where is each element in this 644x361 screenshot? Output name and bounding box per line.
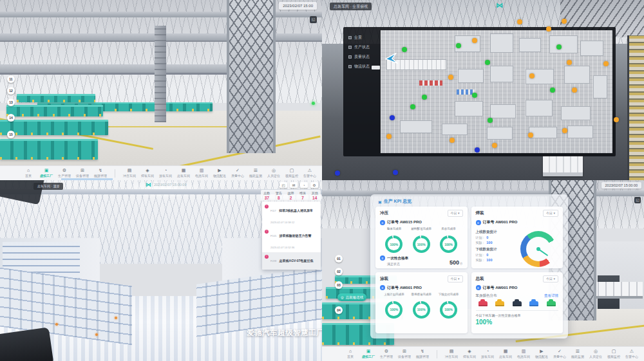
alarm-stat[interactable]: 总数 37: [261, 191, 273, 200]
status-dot[interactable]: [335, 171, 340, 176]
status-dot[interactable]: [517, 19, 522, 24]
equipment-marker[interactable]: 13: [7, 98, 15, 106]
status-dot[interactable]: [562, 128, 567, 133]
alarm-stat[interactable]: 警告 8: [273, 191, 285, 200]
toolbar-item[interactable]: ▦ 总装车间: [497, 349, 515, 359]
viewport-3d-dashboard[interactable]: 01 02 03 04 ◎ 总装输送线 2023/02/07 15:00:00 …: [322, 180, 644, 361]
range-dropdown[interactable]: 今日 ▾: [448, 210, 463, 217]
toolbar-item[interactable]: ▶ 物流配送: [211, 168, 229, 178]
alarm-stat[interactable]: 故障 2: [285, 191, 297, 200]
status-dot[interactable]: [410, 104, 415, 109]
status-dot[interactable]: [402, 47, 407, 52]
status-dot[interactable]: [390, 115, 395, 120]
status-dot[interactable]: [572, 88, 577, 93]
toolbar-item[interactable]: ▢ 视频监控: [605, 349, 623, 359]
toolbar-item[interactable]: ☰ 能耗监测: [569, 349, 587, 359]
alarm-row[interactable]: F105 涂装线输送链压力告警 2023-02-07 14:52:36: [262, 227, 321, 252]
toolbar-item[interactable]: ⚠ 告警中心: [301, 168, 319, 178]
toolbar-item[interactable]: ▦ 总装车间: [175, 168, 193, 178]
toolbar-item[interactable]: ◎ 人员定位: [587, 349, 605, 359]
equipment-marker[interactable]: 03: [335, 281, 343, 289]
toolbar-item[interactable]: ⚠ 告警中心: [623, 349, 641, 359]
window-button[interactable]: ✉: [290, 182, 298, 188]
toolbar-item[interactable]: ⊞ 设备管理: [395, 349, 413, 359]
window-button[interactable]: ⚙: [310, 182, 318, 188]
toolbar-item[interactable]: ⚙ 生产管理: [55, 168, 73, 178]
floor-plan[interactable]: [381, 30, 612, 153]
toolbar-item[interactable]: ⊞ 设备管理: [73, 168, 91, 178]
equipment-marker[interactable]: 14: [7, 114, 15, 122]
range-dropdown[interactable]: 今日 ▾: [543, 210, 558, 217]
status-dot[interactable]: [492, 143, 497, 148]
status-dot[interactable]: [488, 118, 493, 123]
toolbar-item[interactable]: ◈ 焊装车间: [460, 349, 478, 359]
toolbar-item[interactable]: ◔ 涂装车间: [478, 349, 497, 359]
alarm-stat[interactable]: 维保 7: [297, 191, 309, 200]
details-link[interactable]: 查看详情: [544, 293, 558, 298]
view-mode-button[interactable]: ◱: [634, 197, 641, 203]
toolbar-item[interactable]: ▣ 虚拟工厂: [359, 349, 377, 359]
toolbar-item[interactable]: ▥ 电池车间: [515, 349, 533, 359]
legend-item[interactable]: 物流状态: [348, 64, 370, 69]
toolbar-scrollbar[interactable]: [61, 178, 113, 180]
status-dot[interactable]: [614, 117, 619, 122]
toolbar-item[interactable]: ▶ 物流配送: [533, 349, 551, 359]
toolbar-item[interactable]: ▣ 虚拟工厂: [37, 168, 55, 178]
line-tooltip[interactable]: ◎ 总装输送线: [337, 293, 366, 301]
window-button[interactable]: ◔: [300, 182, 308, 188]
toolbar-item[interactable]: ▢ 视频监控: [283, 168, 301, 178]
status-dot[interactable]: [562, 19, 567, 24]
range-dropdown[interactable]: 今日 ▾: [448, 275, 463, 282]
status-dot[interactable]: [556, 44, 562, 50]
status-dot[interactable]: [456, 43, 461, 48]
status-dot[interactable]: [386, 134, 392, 139]
legend-item[interactable]: 生产状态: [348, 44, 370, 50]
viewport-floorplan-map[interactable]: 全景 生产状态 质量状态 物流状态: [322, 0, 644, 180]
toolbar-item[interactable]: ◔ 涂装车间: [156, 168, 175, 178]
status-dot[interactable]: [550, 88, 555, 93]
status-dot[interactable]: [393, 170, 398, 175]
toolbar-item[interactable]: ◎ 人员定位: [265, 168, 283, 178]
toolbar-item[interactable]: ⌂ 首页: [19, 168, 37, 178]
alarm-stat[interactable]: 其他 14: [308, 191, 321, 200]
status-dot[interactable]: [567, 60, 572, 65]
toolbar-item[interactable]: ↯ 能源管理: [91, 168, 109, 178]
toolbar-item[interactable]: ▤ 冲压车间: [120, 168, 138, 178]
equipment-marker[interactable]: 15: [7, 131, 15, 138]
legend-item[interactable]: 全景: [348, 35, 370, 41]
status-dot[interactable]: [528, 133, 533, 138]
status-dot[interactable]: [603, 61, 609, 66]
viewport-3d-corridor[interactable]: 总装车间 · 漫游 ⋈ 2023/02/07 15:00:00 ◰ ✉ ◔ ⚙ …: [0, 180, 322, 361]
toolbar-item[interactable]: ⌂ 首页: [341, 349, 359, 359]
status-dot[interactable]: [472, 93, 477, 98]
alarm-row[interactable]: F098 总装线AGV-07电量过低 2023-02-07 14:47:05: [262, 252, 321, 270]
zoom-slider[interactable]: [372, 66, 380, 69]
toolbar-item[interactable]: ▥ 电池车间: [193, 168, 211, 178]
toolbar-item[interactable]: ↯ 能源管理: [413, 349, 431, 359]
toolbar-item[interactable]: ☰ 能耗监测: [247, 168, 265, 178]
status-dot[interactable]: [475, 147, 480, 153]
toolbar-item[interactable]: ✓ 质量中心: [229, 168, 247, 178]
view-mode-button[interactable]: ◱: [310, 16, 317, 23]
status-dot[interactable]: [485, 60, 490, 65]
legend-item[interactable]: 质量状态: [348, 54, 370, 60]
status-dot[interactable]: [546, 26, 551, 32]
equipment-marker[interactable]: 11: [7, 75, 15, 83]
status-dot[interactable]: [529, 73, 535, 79]
toolbar-item[interactable]: ✓ 质量中心: [551, 349, 569, 359]
toolbar-item[interactable]: ⚙ 生产管理: [377, 349, 395, 359]
status-dot[interactable]: [422, 95, 427, 100]
equipment-marker[interactable]: 02: [335, 268, 343, 275]
toolbar-item[interactable]: ▤ 冲压车间: [442, 349, 460, 359]
alarm-row[interactable]: F117 焊装2线机器人通讯异常 2023-02-07 14:58:12: [262, 202, 321, 227]
equipment-marker[interactable]: 01: [335, 255, 343, 263]
equipment-marker[interactable]: 12: [7, 87, 15, 95]
status-dot[interactable]: [472, 38, 477, 43]
viewport-3d-hall[interactable]: 11 12 13 14 15 2023/02/07 15:00 ◱ ⌂: [0, 0, 322, 180]
range-dropdown[interactable]: 今日 ▾: [543, 275, 558, 282]
status-dot[interactable]: [448, 75, 453, 80]
toolbar-item[interactable]: ◈ 焊装车间: [138, 168, 156, 178]
status-dot[interactable]: [450, 138, 455, 143]
equipment-marker[interactable]: 04: [335, 306, 343, 314]
window-button[interactable]: ◰: [279, 182, 287, 188]
